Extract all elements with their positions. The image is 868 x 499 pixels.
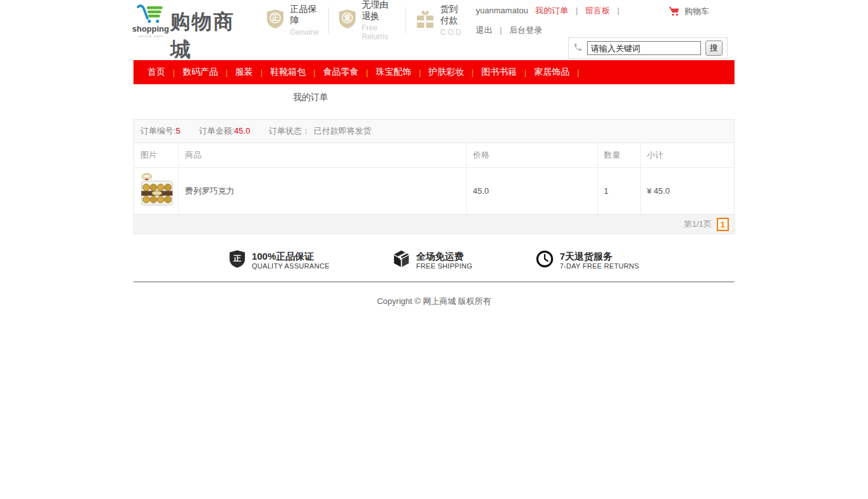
svg-text:正: 正: [233, 254, 242, 263]
order-card: 订单编号:5 订单金额:45.0 订单状态：已付款即将发货 图片 商品 价格 数…: [133, 119, 735, 234]
svg-text:退: 退: [343, 14, 351, 22]
logo-brand-text: shopping: [132, 25, 170, 33]
nav-separator: |: [261, 68, 263, 77]
logo-cart-mark: shopping online cart: [133, 3, 168, 38]
header: shopping online cart 购物商城 正 正品保障 Genuine: [133, 0, 735, 37]
nav-separator: |: [471, 68, 473, 77]
pagination-bar: 第1/1页 1: [134, 214, 734, 234]
badge-en-label: Free Returns: [362, 23, 396, 41]
nav-separator: |: [173, 68, 175, 77]
search-input[interactable]: [587, 41, 701, 55]
nav-item-shoes-bags[interactable]: 鞋靴箱包: [270, 66, 306, 78]
nav-separator: |: [225, 68, 227, 77]
order-status-label: 订单状态：: [269, 126, 310, 136]
nav-item-beauty[interactable]: 护肤彩妆: [428, 66, 464, 78]
message-board-link[interactable]: 留言板: [585, 6, 610, 15]
badge-cn-label: 正品保障: [290, 4, 318, 27]
header-image: 图片: [134, 143, 178, 168]
footer-badge-cn: 100%正品保证: [252, 251, 330, 263]
order-amount-value: 45.0: [234, 126, 250, 136]
nav-separator: |: [366, 68, 368, 77]
shopping-cart-logo-icon: [136, 3, 165, 25]
clock-returns-icon: [536, 250, 554, 270]
nav-item-snacks[interactable]: 食品零食: [323, 66, 359, 78]
order-number-value: 5: [176, 126, 180, 136]
link-separator: |: [576, 6, 578, 15]
nav-item-home-decor[interactable]: 家居饰品: [534, 66, 569, 78]
table-header-row: 图片 商品 价格 数量 小计: [134, 143, 734, 168]
cart-button[interactable]: 购物车: [669, 6, 709, 18]
shield-quality-icon: 正: [229, 250, 245, 271]
search-button[interactable]: 搜: [705, 41, 722, 56]
footer-badge-en: QUALITY ASSURANCE: [252, 262, 330, 270]
pagination-label: 第1/1页: [684, 218, 712, 230]
badge-en-label: Genuine: [290, 28, 318, 37]
badge-genuine: 正 正品保障 Genuine: [257, 7, 328, 34]
admin-login-link[interactable]: 后台登录: [509, 25, 542, 35]
order-info-bar: 订单编号:5 订单金额:45.0 订单状态：已付款即将发货: [134, 120, 734, 143]
badge-cn-label: 无理由退换: [362, 0, 396, 22]
badge-free-returns: 退 无理由退换 Free Returns: [328, 7, 406, 34]
footer-badge-shipping: 全场免运费 FREE SHIPPING: [393, 250, 473, 271]
cart-label: 购物车: [685, 6, 709, 17]
badge-en-label: C.O.D: [440, 28, 467, 37]
search-box: 搜: [568, 37, 728, 59]
badge-cn-label: 货到付款: [440, 4, 467, 27]
link-separator: |: [500, 25, 502, 35]
badge-cod: 货到付款 C.O.D: [406, 7, 476, 34]
copyright-text: Copyright © 网上商城 版权所有: [133, 296, 735, 307]
logo-sub-text: online cart: [139, 34, 163, 38]
order-number-label: 订单编号:: [140, 126, 176, 136]
phone-icon: [573, 42, 583, 54]
shopping-cart-icon: [669, 6, 680, 18]
product-subtotal: ¥ 45.0: [640, 168, 734, 215]
product-name: 费列罗巧克力: [178, 168, 466, 215]
nav-separator: |: [419, 68, 421, 77]
footer-badge-cn: 全场免运费: [416, 251, 473, 263]
cube-shipping-icon: [393, 250, 410, 271]
footer-badge-cn: 7天退货服务: [560, 251, 639, 263]
product-price: 45.0: [466, 168, 597, 215]
footer-badge-en: FREE SHIPPING: [416, 262, 473, 270]
footer-badge-en: 7-DAY FREE RETURNS: [560, 262, 639, 270]
header-badges: 正 正品保障 Genuine 退 无理由退换: [257, 7, 476, 34]
page-container: shopping online cart 购物商城 正 正品保障 Genuine: [133, 0, 735, 307]
footer-divider: [133, 281, 735, 282]
footer-badge-quality: 正 100%正品保证 QUALITY ASSURANCE: [229, 250, 330, 271]
footer-badges: 正 100%正品保证 QUALITY ASSURANCE 全场免运费 FREE …: [133, 250, 735, 271]
site-title: 购物商城: [170, 8, 243, 64]
order-amount-label: 订单金额:: [199, 126, 234, 136]
header-qty: 数量: [597, 143, 640, 168]
username-text: yuanmamatou: [476, 6, 528, 15]
nav-item-clothing[interactable]: 服装: [235, 66, 253, 78]
product-image: [140, 199, 173, 209]
product-image-cell: [134, 168, 178, 215]
header-price: 价格: [466, 143, 597, 168]
nav-item-digital[interactable]: 数码产品: [182, 66, 218, 78]
product-qty: 1: [597, 168, 640, 215]
site-logo[interactable]: shopping online cart 购物商城: [133, 3, 243, 64]
nav-item-jewelry[interactable]: 珠宝配饰: [376, 66, 411, 78]
shield-tui-icon: 退: [338, 9, 356, 32]
nav-separator: |: [524, 68, 526, 77]
nav-item-home[interactable]: 首页: [147, 66, 165, 78]
order-status-value: 已付款即将发货: [314, 126, 371, 136]
nav-item-books[interactable]: 图书书籍: [481, 66, 517, 78]
footer-badge-returns: 7天退货服务 7-DAY FREE RETURNS: [536, 250, 639, 271]
shield-zheng-icon: 正: [266, 9, 284, 32]
header-product: 商品: [178, 143, 466, 168]
nav-separator: |: [313, 68, 315, 77]
logout-link[interactable]: 退出: [476, 25, 492, 35]
table-row: 费列罗巧克力 45.0 1 ¥ 45.0: [134, 168, 734, 215]
svg-text:正: 正: [271, 14, 279, 22]
header-subtotal: 小计: [640, 143, 734, 168]
page-title: 我的订单: [133, 92, 488, 103]
gift-box-icon: [416, 9, 435, 32]
pagination-page-1-button[interactable]: 1: [717, 218, 729, 231]
order-items-table: 图片 商品 价格 数量 小计: [134, 143, 734, 214]
my-orders-link[interactable]: 我的订单: [535, 6, 568, 15]
link-separator: |: [617, 6, 619, 15]
nav-separator: |: [577, 68, 579, 77]
